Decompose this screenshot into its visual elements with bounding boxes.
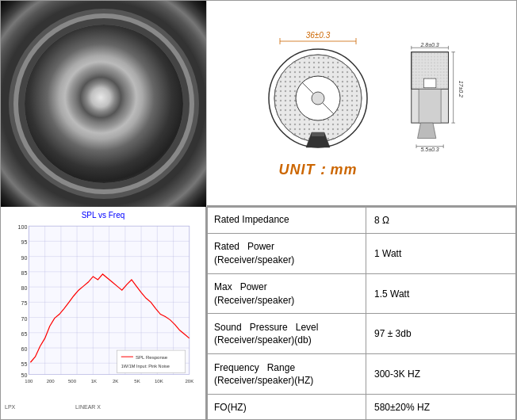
svg-rect-71 [117, 350, 186, 372]
top-section: 36±0.3 [1, 1, 516, 207]
svg-text:SPL Response: SPL Response [136, 355, 168, 360]
graph-svg: 100 95 90 85 80 75 70 65 60 55 50 100 20… [5, 221, 201, 403]
svg-text:90: 90 [21, 255, 27, 262]
svg-text:200: 200 [47, 379, 56, 384]
spec-row-rated-power: Rated Power(Receiver/speaker) 1 Watt [208, 233, 516, 273]
svg-text:1W/1M Input: Pink Noise: 1W/1M Input: Pink Noise [121, 364, 170, 368]
graph-title: SPL vs Freq [5, 211, 201, 220]
svg-text:95: 95 [21, 239, 27, 246]
svg-text:100: 100 [25, 379, 33, 384]
bottom-section: SPL vs Freq [1, 207, 516, 420]
spec-row-max-power: Max Power(Receiver/speaker) 1.5 Watt [208, 273, 516, 314]
spec-label-rated-power: Rated Power(Receiver/speaker) [208, 233, 366, 273]
svg-rect-28 [423, 78, 436, 88]
svg-text:75: 75 [21, 300, 27, 307]
specs-container: Rated Impedance 8 Ω Rated Power(Receiver… [207, 207, 516, 420]
svg-text:17±0.2: 17±0.2 [458, 81, 464, 97]
spec-value-rated-power: 1 Watt [366, 233, 516, 273]
main-container: 36±0.3 [1, 1, 516, 420]
svg-rect-27 [419, 89, 441, 123]
spec-label-spl: Sound Pressure Level(Receiver/speaker)(d… [208, 314, 366, 354]
speaker-cone [25, 25, 183, 183]
svg-point-10 [312, 92, 324, 105]
spec-label-impedance: Rated Impedance [208, 208, 366, 234]
top-view-svg: 36±0.3 [255, 27, 381, 154]
svg-text:2K: 2K [113, 379, 118, 384]
diagrams-section: 36±0.3 [207, 1, 516, 205]
svg-text:10K: 10K [155, 379, 163, 384]
spec-row-freq: Frequency Range(Receiver/speaker)(HZ) 30… [208, 354, 516, 395]
svg-text:100: 100 [18, 224, 28, 231]
unit-label: UNIT：mm [278, 160, 357, 179]
svg-rect-11 [312, 132, 324, 136]
svg-text:60: 60 [21, 346, 27, 353]
spec-label-fo: FO(HZ) [208, 395, 366, 420]
svg-text:5.5±0.3: 5.5±0.3 [420, 147, 438, 152]
spec-label-max-power: Max Power(Receiver/speaker) [208, 273, 366, 314]
svg-text:1K: 1K [91, 379, 97, 384]
top-view-diagram: 36±0.3 [255, 27, 381, 179]
spec-value-impedance: 8 Ω [366, 208, 516, 234]
spec-value-fo: 580±20% HZ [366, 395, 516, 420]
svg-text:85: 85 [21, 270, 27, 277]
svg-text:36±0.3: 36±0.3 [306, 31, 331, 40]
svg-text:500: 500 [68, 379, 77, 384]
side-view-svg: 2.8±0.3 17±0.2 5.5±0.3 [397, 43, 469, 154]
graph-section: SPL vs Freq [1, 207, 207, 420]
spec-row-impedance: Rated Impedance 8 Ω [208, 208, 516, 234]
spec-label-freq: Frequency Range(Receiver/speaker)(HZ) [208, 354, 366, 395]
svg-text:2.8±0.3: 2.8±0.3 [419, 43, 438, 48]
svg-text:70: 70 [21, 316, 27, 323]
spec-value-max-power: 1.5 Watt [366, 273, 516, 314]
spec-row-fo: FO(HZ) 580±20% HZ [208, 395, 516, 420]
svg-text:55: 55 [21, 361, 27, 368]
graph-area: 100 95 90 85 80 75 70 65 60 55 50 100 20… [5, 221, 201, 403]
side-view-diagram: 2.8±0.3 17±0.2 5.5±0.3 [397, 27, 469, 154]
svg-text:80: 80 [21, 285, 27, 292]
graph-company: LPX LINEAR X [5, 404, 201, 410]
svg-text:5K: 5K [134, 379, 140, 384]
spec-value-freq: 300-3K HZ [366, 354, 516, 395]
svg-text:65: 65 [21, 331, 27, 338]
company-label: LPX LINEAR X [5, 404, 101, 410]
spec-row-spl: Sound Pressure Level(Receiver/speaker)(d… [208, 314, 516, 354]
svg-text:20K: 20K [185, 379, 193, 384]
spec-value-spl: 97 ± 3db [366, 314, 516, 354]
diagrams-row: 36±0.3 [219, 27, 504, 179]
speaker-photo [1, 1, 207, 207]
